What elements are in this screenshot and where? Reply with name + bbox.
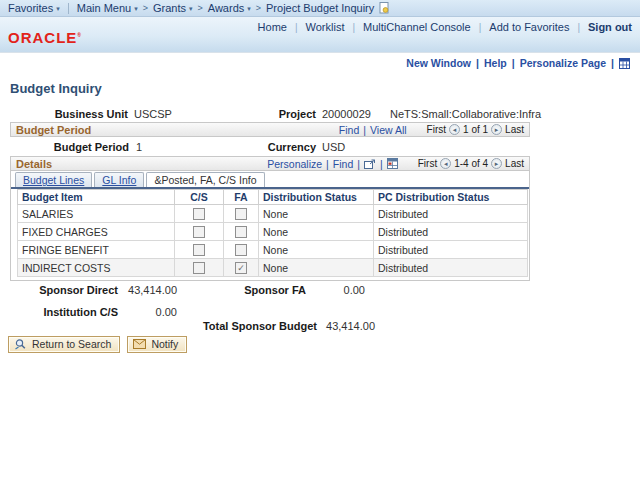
- breadcrumb-divider: [68, 3, 69, 14]
- page-links: New Window | Help | Personalize Page |: [406, 57, 630, 69]
- pc-distribution-status-cell: Distributed: [374, 205, 528, 223]
- envelope-icon: [133, 339, 146, 349]
- link-divider: |: [357, 158, 360, 170]
- link-divider: |: [380, 158, 383, 170]
- fa-checkbox[interactable]: [235, 208, 247, 220]
- sponsor-fa-value: 0.00: [283, 284, 365, 296]
- budget-inquiry-page: Favorites ▾ Main Menu ▾ > Grants ▾ > Awa…: [0, 0, 640, 480]
- personalize-layout-grid-icon[interactable]: [619, 58, 630, 69]
- column-budget-item: Budget Item: [18, 190, 175, 205]
- link-divider: |: [577, 22, 580, 33]
- pager-last-label: Last: [505, 124, 524, 135]
- cs-checkbox[interactable]: [193, 262, 205, 274]
- pc-distribution-status-cell: Distributed: [374, 259, 528, 277]
- link-divider: |: [479, 22, 482, 33]
- help-link[interactable]: Help: [484, 57, 507, 69]
- cs-checkbox[interactable]: [193, 226, 205, 238]
- currency-value: USD: [322, 141, 345, 153]
- column-distribution-status: Distribution Status: [259, 190, 374, 205]
- link-divider: |: [512, 57, 515, 69]
- return-to-search-button[interactable]: Return to Search: [8, 336, 120, 353]
- fa-checkbox[interactable]: [235, 244, 247, 256]
- details-section-bar: Details Personalize | Find | |: [10, 156, 530, 171]
- budget-item-cell: FIXED CHARGES: [18, 223, 175, 241]
- currency-label: Currency: [180, 141, 316, 153]
- view-all-popup-icon[interactable]: [364, 159, 376, 169]
- favorites-label: Favorites: [8, 2, 53, 14]
- notify-button[interactable]: Notify: [127, 336, 187, 353]
- personalize-link[interactable]: Personalize: [267, 158, 322, 170]
- oracle-logo: ORACLE®: [8, 29, 82, 46]
- project-value: 20000029: [322, 108, 371, 120]
- institution-cs-value: 0.00: [95, 306, 177, 318]
- link-divider: |: [363, 124, 366, 136]
- chevron-down-icon: ▾: [247, 5, 251, 13]
- details-pager: First ◂ 1-4 of 4 ▸ Last: [418, 158, 524, 169]
- page-search-icon[interactable]: [379, 2, 389, 14]
- next-rows-icon[interactable]: ▸: [491, 158, 502, 169]
- link-worklist[interactable]: Worklist: [306, 21, 345, 33]
- pager-last-label: Last: [505, 158, 524, 169]
- distribution-status-cell: None: [259, 259, 374, 277]
- previous-rows-icon[interactable]: ◂: [440, 158, 451, 169]
- details-tab-strip: Budget Lines GL Info &Posted, FA, C/S In…: [11, 171, 529, 189]
- tab-gl-info[interactable]: GL Info: [94, 172, 144, 187]
- next-row-icon[interactable]: ▸: [491, 124, 502, 135]
- personalize-page-link[interactable]: Personalize Page: [520, 57, 606, 69]
- menu-grants[interactable]: Grants ▾: [153, 2, 193, 14]
- link-home[interactable]: Home: [258, 21, 287, 33]
- link-add-to-favorites[interactable]: Add to Favorites: [489, 21, 569, 33]
- menu-awards[interactable]: Awards ▾: [208, 2, 251, 14]
- download-to-excel-icon[interactable]: [387, 158, 398, 169]
- details-section-title: Details: [16, 158, 52, 170]
- distribution-status-cell: None: [259, 241, 374, 259]
- details-grid-container: Budget Lines GL Info &Posted, FA, C/S In…: [10, 171, 530, 281]
- table-row: INDIRECT COSTS ✓ None Distributed: [18, 259, 528, 277]
- budget-period-view-all-link[interactable]: View All: [370, 124, 407, 136]
- budget-period-section-bar: Budget Period Find | View All First ◂ 1 …: [10, 122, 530, 137]
- table-row: SALARIES None Distributed: [18, 205, 528, 223]
- fa-checkbox[interactable]: ✓: [235, 262, 247, 274]
- app-header: ORACLE® Home | Worklist | MultiChannel C…: [0, 17, 640, 53]
- pager-range: 1-4 of 4: [454, 158, 488, 169]
- column-cs: C/S: [175, 190, 224, 205]
- fa-checkbox[interactable]: [235, 226, 247, 238]
- total-sponsor-budget-value: 43,414.00: [293, 320, 375, 332]
- link-multichannel-console[interactable]: MultiChannel Console: [363, 21, 471, 33]
- tab-posted-fa-cs-info[interactable]: &Posted, FA, C/S Info: [146, 172, 264, 187]
- budget-item-cell: SALARIES: [18, 205, 175, 223]
- action-bar: Return to Search Notify: [8, 336, 187, 353]
- project-label: Project: [180, 108, 316, 120]
- chevron-down-icon: ▾: [189, 5, 193, 13]
- link-sign-out[interactable]: Sign out: [588, 21, 632, 33]
- details-find-link[interactable]: Find: [333, 158, 353, 170]
- cs-checkbox[interactable]: [193, 244, 205, 256]
- business-unit-value: USCSP: [134, 108, 172, 120]
- link-divider: |: [611, 57, 614, 69]
- pc-distribution-status-cell: Distributed: [374, 241, 528, 259]
- breadcrumb-separator: >: [198, 3, 203, 13]
- awards-label: Awards: [208, 2, 244, 14]
- cs-checkbox[interactable]: [193, 208, 205, 220]
- return-to-search-label: Return to Search: [32, 338, 111, 350]
- chevron-down-icon: ▾: [56, 5, 60, 13]
- budget-period-pager: First ◂ 1 of 1 ▸ Last: [427, 124, 524, 135]
- previous-row-icon[interactable]: ◂: [449, 124, 460, 135]
- pager-first-label: First: [427, 124, 446, 135]
- distribution-status-cell: None: [259, 223, 374, 241]
- budget-period-find-link[interactable]: Find: [339, 124, 359, 136]
- chevron-down-icon: ▾: [134, 5, 138, 13]
- table-header-row: Budget Item C/S FA Distribution Status P…: [18, 190, 528, 205]
- breadcrumb: Favorites ▾ Main Menu ▾ > Grants ▾ > Awa…: [0, 0, 640, 17]
- column-pc-distribution-status: PC Distribution Status: [374, 190, 528, 205]
- registered-mark: ®: [77, 32, 82, 38]
- favorites-menu[interactable]: Favorites ▾: [8, 2, 60, 14]
- main-menu[interactable]: Main Menu ▾: [77, 2, 138, 14]
- tab-budget-lines[interactable]: Budget Lines: [15, 172, 92, 187]
- main-menu-label: Main Menu: [77, 2, 131, 14]
- new-window-link[interactable]: New Window: [406, 57, 471, 69]
- pager-first-label: First: [418, 158, 437, 169]
- link-divider: |: [326, 158, 329, 170]
- sponsor-direct-value: 43,414.00: [95, 284, 177, 296]
- link-divider: |: [295, 22, 298, 33]
